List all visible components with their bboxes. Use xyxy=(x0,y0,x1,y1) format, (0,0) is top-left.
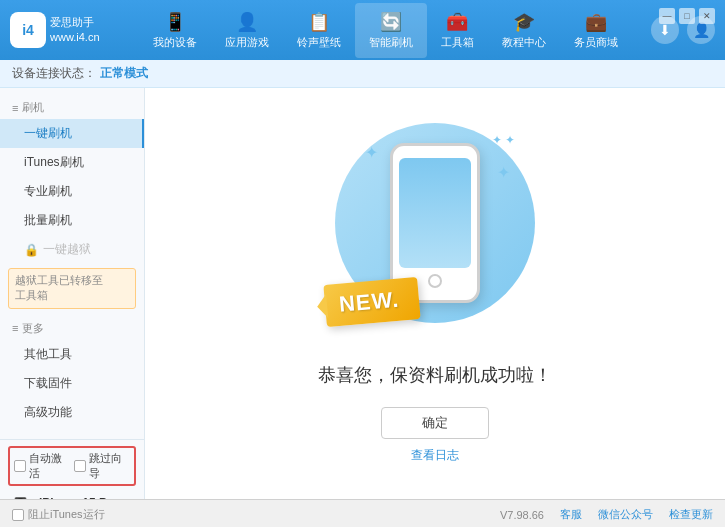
notice-text: 越狱工具已转移至 工具箱 xyxy=(15,274,103,301)
footer: 阻止iTunes运行 V7.98.66 客服 微信公众号 检查更新 xyxy=(0,499,725,527)
nav-apps-games[interactable]: 👤 应用游戏 xyxy=(211,3,283,58)
phone-screen xyxy=(399,158,471,268)
nav-toolbox-label: 工具箱 xyxy=(441,35,474,50)
auto-guide-label: 跳过向导 xyxy=(89,451,130,481)
service-icon: 💼 xyxy=(585,11,607,33)
flash-section-header: ≡ 刷机 xyxy=(0,96,144,119)
more-label: 更多 xyxy=(22,321,44,336)
other-tools-label: 其他工具 xyxy=(24,347,72,361)
sparkle-right: ✦ xyxy=(497,163,510,182)
jailbreak-label: 一键越狱 xyxy=(43,241,91,258)
nav-tutorials[interactable]: 🎓 教程中心 xyxy=(488,3,560,58)
auto-activate-label: 自动激活 xyxy=(29,451,70,481)
itunes-flash-label: iTunes刷机 xyxy=(24,155,84,169)
itunes-block-checkbox[interactable] xyxy=(12,509,24,521)
sidebar-item-one-click-flash[interactable]: 一键刷机 xyxy=(0,119,144,148)
nav-smart-flash[interactable]: 🔄 智能刷机 xyxy=(355,3,427,58)
flash-section: ≡ 刷机 一键刷机 iTunes刷机 专业刷机 批量刷机 🔒 一键越狱 越狱工具… xyxy=(0,96,144,309)
sparkle-left: ✦ xyxy=(365,143,378,162)
flash-section-icon: ≡ xyxy=(12,102,18,114)
nav-service[interactable]: 💼 务员商域 xyxy=(560,3,632,58)
wechat-link[interactable]: 微信公众号 xyxy=(598,507,653,522)
nav-smart-flash-label: 智能刷机 xyxy=(369,35,413,50)
footer-left: 阻止iTunes运行 xyxy=(12,507,105,522)
sidebar-item-itunes-flash[interactable]: iTunes刷机 xyxy=(0,148,144,177)
lock-icon: 🔒 xyxy=(24,243,39,257)
minimize-button[interactable]: — xyxy=(659,8,675,24)
nav-bar: 📱 我的设备 👤 应用游戏 📋 铃声壁纸 🔄 智能刷机 🧰 工具箱 🎓 教程中心… xyxy=(120,3,651,58)
logo-initials: i4 xyxy=(22,22,34,38)
auto-activate-check[interactable] xyxy=(14,460,26,472)
logo-icon: i4 xyxy=(10,12,46,48)
device-info: 📱 iPhone 15 Pro Max 512GB iPhone xyxy=(8,492,136,499)
nav-ringtones-label: 铃声壁纸 xyxy=(297,35,341,50)
sidebar-item-other-tools[interactable]: 其他工具 xyxy=(0,340,144,369)
header: i4 爱思助手 www.i4.cn 📱 我的设备 👤 应用游戏 📋 铃声壁纸 🔄… xyxy=(0,0,725,60)
maximize-button[interactable]: □ xyxy=(679,8,695,24)
advanced-label: 高级功能 xyxy=(24,405,72,419)
device-panel: 自动激活 跳过向导 📱 iPhone 15 Pro Max 512GB iPho… xyxy=(0,439,144,499)
sidebar-notice: 越狱工具已转移至 工具箱 xyxy=(8,268,136,309)
nav-toolbox[interactable]: 🧰 工具箱 xyxy=(427,3,488,58)
batch-flash-label: 批量刷机 xyxy=(24,213,72,227)
sidebar-item-jailbreak: 🔒 一键越狱 xyxy=(0,235,144,264)
sidebar-item-batch-flash[interactable]: 批量刷机 xyxy=(0,206,144,235)
breadcrumb-label: 设备连接状态： xyxy=(12,65,96,82)
confirm-button[interactable]: 确定 xyxy=(381,407,489,439)
tutorials-icon: 🎓 xyxy=(513,11,535,33)
nav-ringtones[interactable]: 📋 铃声壁纸 xyxy=(283,3,355,58)
main-layout: ≡ 刷机 一键刷机 iTunes刷机 专业刷机 批量刷机 🔒 一键越狱 越狱工具… xyxy=(0,88,725,499)
new-badge-text: NEW. xyxy=(338,287,400,318)
sidebar-item-advanced[interactable]: 高级功能 xyxy=(0,398,144,427)
download-firmware-label: 下载固件 xyxy=(24,376,72,390)
device-name: iPhone 15 Pro Max xyxy=(39,496,136,499)
nav-service-label: 务员商域 xyxy=(574,35,618,50)
main-content: ✦ ✦ NEW. ✦ ✦ 恭喜您，保资料刷机成功啦！ 确定 查看日志 xyxy=(145,88,725,499)
device-details: iPhone 15 Pro Max 512GB iPhone xyxy=(39,496,136,499)
flash-section-label: 刷机 xyxy=(22,100,44,115)
logo-line1: 爱思助手 xyxy=(50,15,100,30)
success-stars: ✦ ✦ xyxy=(492,133,515,147)
one-click-flash-label: 一键刷机 xyxy=(24,126,72,140)
nav-apps-games-label: 应用游戏 xyxy=(225,35,269,50)
auto-options-bar: 自动激活 跳过向导 xyxy=(8,446,136,486)
window-controls: — □ ✕ xyxy=(659,8,715,24)
customer-service-link[interactable]: 客服 xyxy=(560,507,582,522)
breadcrumb-status: 正常模式 xyxy=(100,65,148,82)
device-phone-icon: 📱 xyxy=(8,496,33,499)
phone-illustration: ✦ ✦ NEW. ✦ ✦ xyxy=(335,123,535,343)
success-message: 恭喜您，保资料刷机成功啦！ xyxy=(318,363,552,387)
auto-guide-checkbox[interactable]: 跳过向导 xyxy=(74,451,130,481)
nav-tutorials-label: 教程中心 xyxy=(502,35,546,50)
auto-activate-checkbox[interactable]: 自动激活 xyxy=(14,451,70,481)
more-section-header: ≡ 更多 xyxy=(0,317,144,340)
new-badge: NEW. xyxy=(323,277,421,327)
auto-guide-check[interactable] xyxy=(74,460,86,472)
my-device-icon: 📱 xyxy=(164,11,186,33)
itunes-block-label: 阻止iTunes运行 xyxy=(28,507,105,522)
breadcrumb: 设备连接状态： 正常模式 xyxy=(0,60,725,88)
pro-flash-label: 专业刷机 xyxy=(24,184,72,198)
nav-my-device-label: 我的设备 xyxy=(153,35,197,50)
view-log-link[interactable]: 查看日志 xyxy=(411,447,459,464)
sidebar-item-pro-flash[interactable]: 专业刷机 xyxy=(0,177,144,206)
apps-games-icon: 👤 xyxy=(236,11,258,33)
close-button[interactable]: ✕ xyxy=(699,8,715,24)
sidebar-item-download-firmware[interactable]: 下载固件 xyxy=(0,369,144,398)
footer-right: V7.98.66 客服 微信公众号 检查更新 xyxy=(500,507,713,522)
toolbox-icon: 🧰 xyxy=(446,11,468,33)
nav-my-device[interactable]: 📱 我的设备 xyxy=(139,3,211,58)
check-update-link[interactable]: 检查更新 xyxy=(669,507,713,522)
ringtones-icon: 📋 xyxy=(308,11,330,33)
phone-home-button xyxy=(428,274,442,288)
smart-flash-icon: 🔄 xyxy=(380,11,402,33)
logo-text: 爱思助手 www.i4.cn xyxy=(50,15,100,46)
logo-line2: www.i4.cn xyxy=(50,30,100,45)
version-text: V7.98.66 xyxy=(500,509,544,521)
logo: i4 爱思助手 www.i4.cn xyxy=(10,12,100,48)
sidebar: ≡ 刷机 一键刷机 iTunes刷机 专业刷机 批量刷机 🔒 一键越狱 越狱工具… xyxy=(0,88,145,499)
more-icon: ≡ xyxy=(12,322,18,334)
